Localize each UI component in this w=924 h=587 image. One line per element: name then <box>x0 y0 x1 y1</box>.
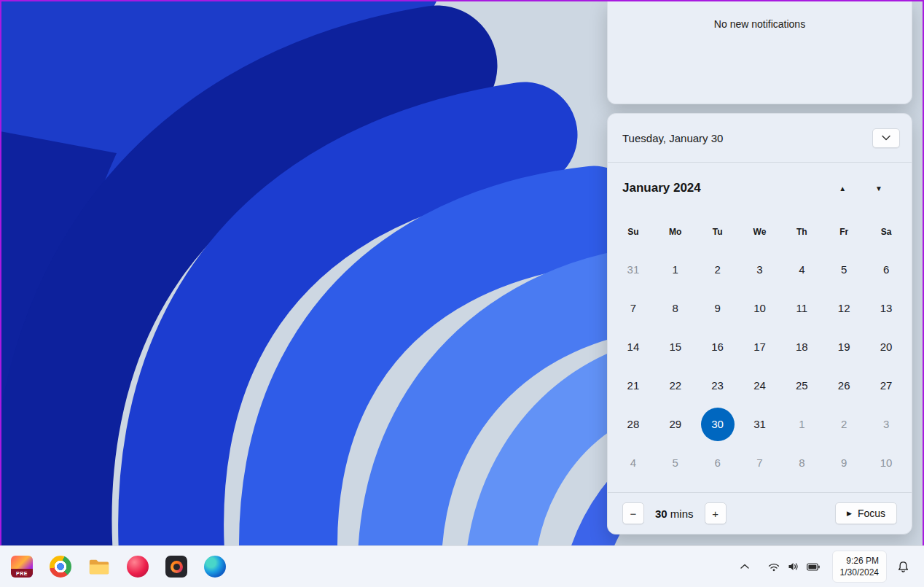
calendar-day[interactable]: 9 <box>823 443 865 482</box>
calendar-day[interactable]: 4 <box>612 443 654 482</box>
day-name-label: Fr <box>823 227 865 237</box>
notification-bell-button[interactable] <box>892 552 914 581</box>
show-hidden-icons-button[interactable] <box>734 552 756 581</box>
bell-icon <box>897 561 909 573</box>
clock-button[interactable]: 9:26 PM 1/30/2024 <box>832 551 887 583</box>
taskbar-app-file-explorer[interactable] <box>85 552 114 581</box>
day-name-label: Sa <box>865 227 907 237</box>
taskbar: PRE <box>0 545 924 587</box>
focus-duration: 30 mins <box>655 508 694 520</box>
calendar-grid: 3112345678910111213141516171819202122232… <box>608 250 912 482</box>
taskbar-app-edge[interactable] <box>200 552 230 581</box>
day-name-label: We <box>739 227 781 237</box>
calendar-day[interactable]: 20 <box>865 327 907 366</box>
calendar-day[interactable]: 29 <box>654 405 697 443</box>
tray-time: 9:26 PM <box>846 555 879 567</box>
file-explorer-icon <box>88 556 110 578</box>
calendar-day[interactable]: 2 <box>823 405 865 443</box>
chevron-down-icon <box>882 135 890 141</box>
calendar-day[interactable]: 26 <box>823 366 865 405</box>
focus-button[interactable]: ▶ Focus <box>835 502 897 524</box>
edge-icon <box>204 556 226 578</box>
calendar-day[interactable]: 23 <box>697 366 739 405</box>
focus-unit: mins <box>670 508 694 520</box>
calendar-day-names: SuMoTuWeThFrSa <box>608 214 912 250</box>
pre-app-badge: PRE <box>11 569 33 578</box>
wifi-icon <box>768 562 780 572</box>
day-name-label: Th <box>780 227 823 237</box>
calendar-day[interactable]: 15 <box>654 327 697 366</box>
calendar-day[interactable]: 10 <box>739 289 781 327</box>
system-tray: 9:26 PM 1/30/2024 <box>734 551 918 583</box>
chevron-up-icon <box>740 564 749 569</box>
calendar-day[interactable]: 7 <box>612 289 654 327</box>
calendar-day[interactable]: 28 <box>612 405 654 443</box>
calendar-date-header: Tuesday, January 30 <box>608 114 912 163</box>
calendar-day[interactable]: 12 <box>823 289 865 327</box>
focus-minutes: 30 <box>655 508 667 520</box>
calendar-day-selected[interactable]: 30 <box>697 405 739 443</box>
calendar-day[interactable]: 31 <box>612 250 654 289</box>
calendar-day[interactable]: 27 <box>865 366 907 405</box>
day-name-label: Su <box>612 227 654 237</box>
increase-focus-button[interactable]: + <box>705 502 727 524</box>
calendar-day[interactable]: 3 <box>739 250 781 289</box>
focus-button-label: Focus <box>858 508 885 519</box>
calendar-day[interactable]: 1 <box>780 405 823 443</box>
next-month-button[interactable]: ▼ <box>872 182 885 195</box>
calendar-day[interactable]: 24 <box>739 366 781 405</box>
calendar-flyout: Tuesday, January 30 January 2024 ▲ ▼ SuM… <box>607 113 912 534</box>
calendar-day[interactable]: 18 <box>780 327 823 366</box>
taskbar-app-pink[interactable] <box>123 552 152 581</box>
pre-app-icon: PRE <box>11 556 33 578</box>
pink-app-icon <box>127 556 149 578</box>
calendar-day[interactable]: 5 <box>654 443 697 482</box>
network-volume-battery-button[interactable] <box>761 552 827 581</box>
prev-month-button[interactable]: ▲ <box>836 182 849 195</box>
calendar-day[interactable]: 25 <box>780 366 823 405</box>
calendar-day[interactable]: 1 <box>654 250 697 289</box>
dark-app-icon <box>165 556 187 578</box>
calendar-day[interactable]: 2 <box>697 250 739 289</box>
calendar-day[interactable]: 31 <box>739 405 781 443</box>
calendar-day[interactable]: 10 <box>865 443 907 482</box>
speaker-icon <box>788 561 799 572</box>
month-label: January 2024 <box>622 181 701 195</box>
calendar-day[interactable]: 9 <box>697 289 739 327</box>
calendar-day[interactable]: 11 <box>780 289 823 327</box>
calendar-day[interactable]: 16 <box>697 327 739 366</box>
chrome-icon <box>50 556 71 578</box>
calendar-day[interactable]: 8 <box>654 289 697 327</box>
focus-duration-controls: − 30 mins + <box>622 502 727 524</box>
calendar-day[interactable]: 14 <box>612 327 654 366</box>
notification-center-panel: No new notifications <box>607 0 912 104</box>
calendar-day[interactable]: 6 <box>697 443 739 482</box>
calendar-day[interactable]: 21 <box>612 366 654 405</box>
collapse-calendar-button[interactable] <box>872 128 900 148</box>
calendar-day[interactable]: 4 <box>780 250 823 289</box>
focus-row: − 30 mins + ▶ Focus <box>608 492 912 534</box>
day-name-label: Tu <box>697 227 739 237</box>
calendar-day[interactable]: 7 <box>739 443 781 482</box>
selected-date-label: Tuesday, January 30 <box>622 132 723 144</box>
play-icon: ▶ <box>847 510 852 517</box>
day-name-label: Mo <box>654 227 697 237</box>
calendar-day[interactable]: 17 <box>739 327 781 366</box>
calendar-day[interactable]: 8 <box>780 443 823 482</box>
calendar-day[interactable]: 13 <box>865 289 907 327</box>
month-navigation: ▲ ▼ <box>836 182 885 195</box>
calendar-day[interactable]: 22 <box>654 366 697 405</box>
taskbar-app-dark[interactable] <box>162 552 191 581</box>
desktop: No new notifications Tuesday, January 30… <box>0 0 924 587</box>
taskbar-app-chrome[interactable] <box>46 552 75 581</box>
no-notifications-text: No new notifications <box>608 0 912 30</box>
tray-date: 1/30/2024 <box>840 567 879 578</box>
taskbar-app-pre[interactable]: PRE <box>7 552 36 581</box>
calendar-day[interactable]: 6 <box>865 250 907 289</box>
taskbar-pinned-apps: PRE <box>6 552 230 581</box>
calendar-day[interactable]: 19 <box>823 327 865 366</box>
calendar-day[interactable]: 5 <box>823 250 865 289</box>
decrease-focus-button[interactable]: − <box>622 502 644 524</box>
calendar-day[interactable]: 3 <box>865 405 907 443</box>
calendar-month-row: January 2024 ▲ ▼ <box>608 163 912 214</box>
